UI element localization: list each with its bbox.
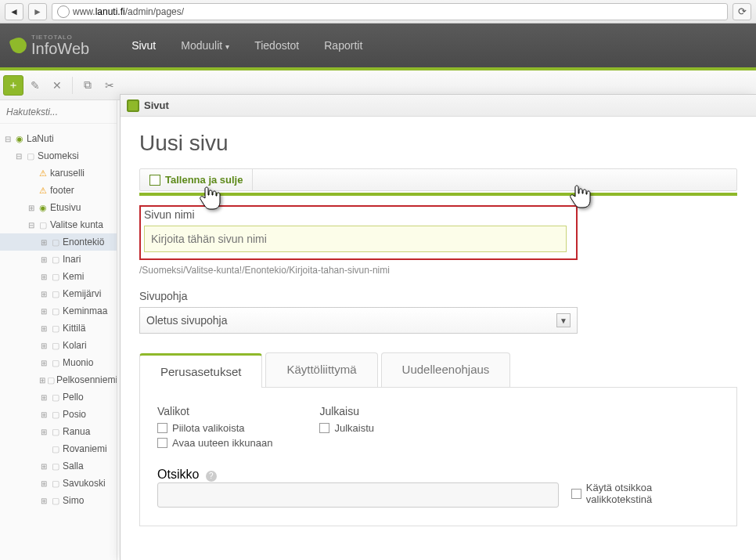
tree-item[interactable]: ⊞▢Salla [0, 457, 117, 475]
tree-search-input[interactable] [6, 107, 110, 117]
tree-item[interactable]: ⚠footer [0, 182, 117, 199]
tree-item-label: Posio [63, 409, 86, 420]
tree-item[interactable]: ⊞▢Muonio [0, 354, 117, 371]
expander-icon[interactable]: ⊞ [39, 238, 49, 247]
tree-item[interactable]: ⊞▢Kemijärvi [0, 285, 117, 302]
top-nav-raportit[interactable]: Raportit [311, 23, 375, 67]
publish-group-label: Julkaisu [319, 405, 374, 417]
expander-icon[interactable]: ⊟ [3, 135, 13, 143]
reload-button[interactable]: ⟳ [733, 3, 751, 20]
page-icon: ▢ [38, 219, 49, 230]
panel-icon [127, 99, 139, 112]
checkbox-icon [157, 423, 167, 433]
tree-item[interactable]: ⚠karuselli [0, 164, 117, 182]
expander-icon[interactable]: ⊞ [39, 462, 49, 471]
url-pre: www. [73, 6, 95, 17]
help-icon[interactable]: ? [206, 471, 217, 482]
expander-icon[interactable]: ⊟ [27, 221, 36, 229]
expander-icon[interactable]: ⊞ [39, 393, 49, 402]
tree-item-label: Enontekiö [63, 237, 104, 247]
expander-icon[interactable]: ⊞ [39, 307, 49, 316]
use-title-as-menu-checkbox[interactable]: Käytä otsikkoa valikkotekstinä [571, 482, 719, 505]
cut-button[interactable]: ✂ [99, 75, 120, 96]
tree-item[interactable]: ⊞▢Savukoski [0, 475, 117, 492]
top-nav-tiedostot[interactable]: Tiedostot [242, 23, 311, 67]
tree-item[interactable]: ⊞▢Kolari [0, 337, 117, 354]
expander-icon[interactable]: ⊞ [39, 428, 49, 436]
menus-group-label: Valikot [157, 405, 272, 417]
add-button[interactable]: ＋ [3, 75, 23, 96]
address-bar[interactable]: www.lanuti.fi/admin/pages/ [52, 3, 728, 20]
page-name-input[interactable] [144, 226, 567, 252]
page-icon: ▢ [50, 254, 61, 265]
tree-item[interactable]: ⊟◉LaNuti [0, 130, 117, 147]
expander-icon[interactable]: ⊞ [27, 204, 36, 212]
save-icon [149, 175, 160, 186]
title-label-text: Otsikko [157, 468, 199, 481]
expander-icon[interactable]: ⊞ [39, 255, 49, 264]
tree-item[interactable]: ⊟▢Suomeksi [0, 147, 117, 164]
tree-item[interactable]: ⊞▢Kittilä [0, 320, 117, 337]
tree-item-label: Inari [63, 254, 81, 265]
expander-icon[interactable]: ⊞ [39, 410, 49, 419]
expander-icon[interactable]: ⊞ [39, 479, 49, 488]
page-icon: ▢ [50, 443, 61, 454]
page-icon: ▢ [50, 392, 61, 403]
tree-item[interactable]: ⊞▢Pello [0, 388, 117, 406]
tree-item[interactable]: ▢Rovaniemi [0, 440, 117, 457]
tree-item-label: Kemijärvi [63, 288, 101, 299]
tab-perusasetukset[interactable]: Perusasetukset [139, 353, 262, 388]
tree-item[interactable]: ⊞▢Ranua [0, 423, 117, 440]
edit-button[interactable]: ✎ [25, 75, 45, 96]
page-path: /Suomeksi/Valitse-kunta!/Enontekio/Kirjo… [139, 265, 737, 276]
tree-item[interactable]: ⊞▢Keminmaa [0, 302, 117, 320]
top-nav-sivut[interactable]: Sivut [119, 23, 168, 70]
page-icon: ▢ [50, 305, 61, 316]
save-and-close-button[interactable]: Tallenna ja sulje [140, 169, 253, 190]
forward-button[interactable]: ► [28, 3, 47, 20]
delete-button[interactable]: ✕ [47, 75, 67, 96]
back-button[interactable]: ◄ [5, 3, 23, 20]
expander-icon[interactable]: ⊟ [14, 152, 23, 161]
expander-icon[interactable]: ⊞ [39, 497, 49, 505]
tree-item-label: Kittilä [63, 323, 85, 334]
template-select[interactable]: Oletus sivupohja ▼ [139, 307, 578, 334]
tree-item-label: Savukoski [63, 478, 106, 489]
template-value: Oletus sivupohja [146, 314, 228, 327]
tree-item[interactable]: ⊟▢Valitse kunta [0, 216, 117, 233]
tree-item[interactable]: ⊞▢Pelkosenniemi [0, 371, 117, 388]
open-new-window-checkbox[interactable]: Avaa uuteen ikkunaan [157, 437, 272, 449]
page-icon: ▢ [50, 478, 61, 489]
hide-from-menus-checkbox[interactable]: Piilota valikoista [157, 422, 272, 434]
page-name-label: Sivun nimi [144, 208, 573, 221]
warn-icon: ⚠ [38, 185, 49, 196]
tree-item-label: Kolari [63, 340, 87, 351]
expander-icon[interactable]: ⊞ [39, 359, 49, 367]
expander-icon[interactable]: ⊞ [39, 341, 49, 350]
expander-icon[interactable]: ⊞ [39, 324, 49, 333]
tree-item[interactable]: ⊞◉Etusivu [0, 199, 117, 216]
globe-icon [57, 5, 70, 18]
top-nav-moduulit[interactable]: Moduulit▾ [168, 23, 242, 67]
tab-uudelleenohjaus[interactable]: Uudelleenohjaus [381, 352, 511, 387]
expander-icon[interactable]: ⊞ [39, 376, 45, 385]
tree-item[interactable]: ⊞▢Simo [0, 492, 117, 509]
tab-käyttöliittymä[interactable]: Käyttöliittymä [265, 352, 377, 387]
template-label: Sivupohja [139, 290, 737, 302]
tree-item[interactable]: ⊞▢Inari [0, 251, 117, 268]
tree-search[interactable] [0, 100, 117, 124]
tree-item[interactable]: ⊞▢Enontekiö [0, 233, 117, 251]
tree-item-label: LaNuti [27, 133, 54, 144]
tree-item[interactable]: ⊞▢Posio [0, 406, 117, 423]
tree-item-label: Salla [63, 461, 84, 471]
page-editor-panel: Sivut Uusi sivu Tallenna ja sulje Sivun … [120, 94, 756, 560]
logo-icon [9, 35, 29, 56]
copy-button[interactable]: ⧉ [77, 75, 98, 96]
published-checkbox[interactable]: Julkaistu [319, 422, 374, 434]
checkbox-icon [319, 423, 329, 433]
title-input[interactable] [157, 482, 559, 508]
expander-icon[interactable]: ⊞ [39, 290, 49, 298]
expander-icon[interactable]: ⊞ [39, 273, 49, 281]
page-icon: ▢ [50, 426, 61, 437]
tree-item[interactable]: ⊞▢Kemi [0, 268, 117, 285]
